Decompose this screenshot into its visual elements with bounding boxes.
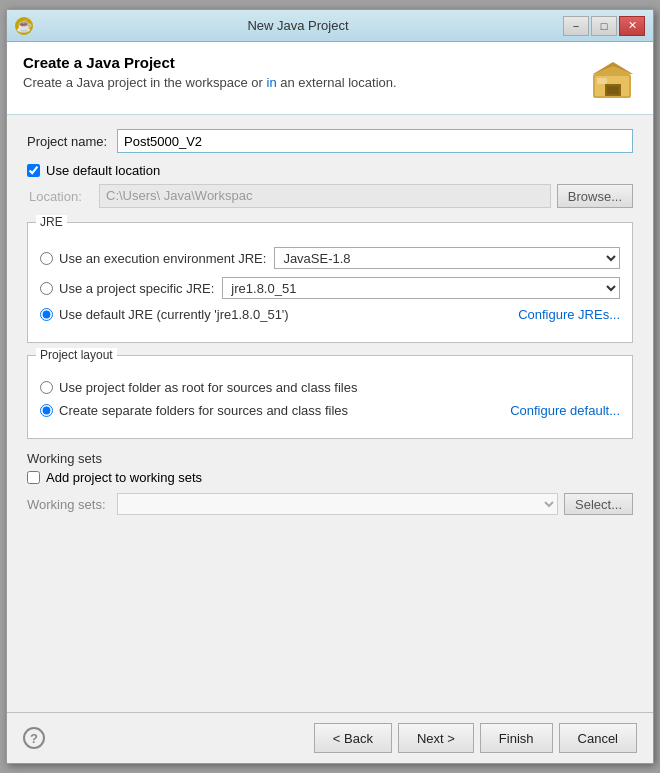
window-title: New Java Project — [33, 18, 563, 33]
layout-label-1: Use project folder as root for sources a… — [59, 380, 357, 395]
jre-group-title: JRE — [36, 215, 67, 229]
jre-radio-2[interactable] — [40, 282, 53, 295]
jre-group-content: Use an execution environment JRE: JavaSE… — [40, 247, 620, 322]
layout-option2-row: Create separate folders for sources and … — [40, 403, 620, 418]
location-label: Location: — [29, 189, 99, 204]
header-icon — [589, 54, 637, 102]
working-sets-section: Working sets Add project to working sets… — [27, 451, 633, 515]
add-to-working-sets-row: Add project to working sets — [27, 470, 633, 485]
location-input: C:\Users\ Java\Workspac — [99, 184, 551, 208]
working-sets-label: Working sets: — [27, 497, 117, 512]
jre-select-2[interactable]: jre1.8.0_51 — [222, 277, 620, 299]
project-name-input[interactable] — [117, 129, 633, 153]
jre-label-3: Use default JRE (currently 'jre1.8.0_51'… — [59, 307, 289, 322]
add-working-sets-checkbox[interactable] — [27, 471, 40, 484]
project-name-row: Project name: — [27, 129, 633, 153]
project-layout-content: Use project folder as root for sources a… — [40, 380, 620, 418]
add-working-sets-label: Add project to working sets — [46, 470, 202, 485]
layout-radio-2[interactable] — [40, 404, 53, 417]
close-button[interactable]: ✕ — [619, 16, 645, 36]
project-name-label: Project name: — [27, 134, 117, 149]
layout-label-2: Create separate folders for sources and … — [59, 403, 348, 418]
project-layout-group: Project layout Use project folder as roo… — [27, 355, 633, 439]
titlebar: ☕ New Java Project − □ ✕ — [7, 10, 653, 42]
select-button[interactable]: Select... — [564, 493, 633, 515]
jre-label-2: Use a project specific JRE: — [59, 281, 214, 296]
minimize-button[interactable]: − — [563, 16, 589, 36]
footer-left: ? — [23, 727, 45, 749]
layout-option1-row: Use project folder as root for sources a… — [40, 380, 620, 395]
use-default-label: Use default location — [46, 163, 160, 178]
cancel-button[interactable]: Cancel — [559, 723, 637, 753]
jre-option1-row: Use an execution environment JRE: JavaSE… — [40, 247, 620, 269]
project-layout-title: Project layout — [36, 348, 117, 362]
configure-jres-link[interactable]: Configure JREs... — [518, 307, 620, 322]
browse-button[interactable]: Browse... — [557, 184, 633, 208]
jre-option2-row: Use a project specific JRE: jre1.8.0_51 — [40, 277, 620, 299]
jre-radio-3[interactable] — [40, 308, 53, 321]
app-icon: ☕ — [15, 17, 33, 35]
svg-rect-8 — [597, 78, 607, 84]
svg-marker-5 — [593, 66, 633, 74]
header: Create a Java Project Create a Java proj… — [7, 42, 653, 115]
configure-default-link[interactable]: Configure default... — [510, 403, 620, 418]
next-button[interactable]: Next > — [398, 723, 474, 753]
in-link[interactable]: in — [267, 75, 277, 90]
jre-radio-1[interactable] — [40, 252, 53, 265]
maximize-button[interactable]: □ — [591, 16, 617, 36]
working-sets-title: Working sets — [27, 451, 633, 466]
main-window: ☕ New Java Project − □ ✕ Create a Java P… — [6, 9, 654, 764]
use-default-location-row: Use default location — [27, 163, 633, 178]
header-title: Create a Java Project — [23, 54, 397, 71]
layout-radio-1[interactable] — [40, 381, 53, 394]
use-default-checkbox[interactable] — [27, 164, 40, 177]
working-sets-row: Working sets: Select... — [27, 493, 633, 515]
content-area: Project name: Use default location Locat… — [7, 115, 653, 712]
jre-select-1[interactable]: JavaSE-1.8 — [274, 247, 620, 269]
working-sets-select[interactable] — [117, 493, 558, 515]
back-button[interactable]: < Back — [314, 723, 392, 753]
svg-text:☕: ☕ — [16, 17, 33, 34]
jre-group: JRE Use an execution environment JRE: Ja… — [27, 222, 633, 343]
window-controls: − □ ✕ — [563, 16, 645, 36]
jre-option3-row: Use default JRE (currently 'jre1.8.0_51'… — [40, 307, 620, 322]
finish-button[interactable]: Finish — [480, 723, 553, 753]
header-text: Create a Java Project Create a Java proj… — [23, 54, 397, 90]
help-button[interactable]: ? — [23, 727, 45, 749]
jre-label-1: Use an execution environment JRE: — [59, 251, 266, 266]
svg-rect-7 — [607, 86, 619, 94]
location-row: Location: C:\Users\ Java\Workspac Browse… — [27, 184, 633, 208]
footer: ? < Back Next > Finish Cancel — [7, 712, 653, 763]
footer-buttons: < Back Next > Finish Cancel — [314, 723, 637, 753]
header-description: Create a Java project in the workspace o… — [23, 75, 397, 90]
